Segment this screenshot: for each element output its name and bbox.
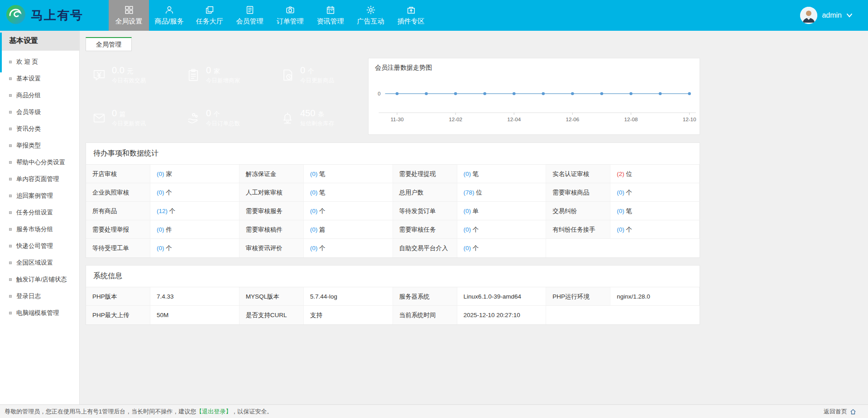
sidebar-item-label: 全国区域设置 [16,259,53,267]
stat-card[interactable]: 0 篇 今日更新资讯 [86,101,174,135]
stat-card[interactable]: 0 个 今日订单总数 [180,101,269,135]
stat-pair-label: 解冻保证金 [240,165,304,183]
stat-pair-value[interactable]: (0) 篇 [304,220,393,239]
dashboard-top: 0.0 元 今日有效交易 0 家 今日新增商家 [86,58,700,135]
tab-global-management[interactable]: 全局管理 [86,37,132,51]
nav-item-label: 任务大厅 [196,17,223,26]
stat-card[interactable]: 0 家 今日新增商家 [180,58,269,92]
bullet-icon [9,228,12,231]
logout-link[interactable]: 【退出登录】 [196,408,231,415]
stat-pair-value[interactable]: (0) 单 [457,202,547,220]
nav-item[interactable]: 广告互动 [350,0,391,31]
sidebar-item[interactable]: 电脑端模板管理 [0,304,79,321]
sidebar-item[interactable]: 登录日志 [0,288,79,304]
sidebar-item[interactable]: 欢 迎 页 [0,53,79,70]
stat-pair-value[interactable]: (0) 个 [150,239,240,257]
stat-pair-value[interactable]: (0) 个 [150,183,240,202]
brand[interactable]: 马上有号 [0,0,109,31]
stat-pair-value[interactable]: (0) 个 [610,183,700,202]
back-home-label: 返回首页 [824,408,847,416]
stat-pair-label: 需要处理举报 [86,220,150,239]
stat-pair-value[interactable]: (0) 个 [304,202,393,220]
nav-item[interactable]: 资讯管理 [310,0,350,31]
stat-card-value: 450 条 [300,108,334,118]
stat-pair-value[interactable]: (2) 位 [610,165,700,183]
stat-pair-value[interactable]: (0) 笔 [304,165,393,183]
sidebar-item[interactable]: 单内容页面管理 [0,171,79,187]
nav-item[interactable]: 全局设置 [109,0,149,31]
bullet-icon [9,211,12,214]
stat-pair-value[interactable]: (0) 家 [150,165,240,183]
chart-title: 会员注册数据走势图 [369,58,700,73]
sidebar-item[interactable]: 快递公司管理 [0,238,79,254]
svg-text:11-30: 11-30 [390,117,403,122]
sidebar-item[interactable]: 基本设置 [0,70,79,87]
clipboard-icon [186,68,201,82]
stat-pair-value[interactable]: (78) 位 [457,183,547,202]
sidebar-item-label: 商品分组 [16,91,41,100]
system-table: PHP版本 7.4.33 MYSQL版本 5.7.44-log 服务器系统 Li… [86,287,700,324]
bell-icon [280,111,295,125]
sidebar-item[interactable]: 服务市场分组 [0,221,79,238]
stat-card[interactable]: 0 个 今日更新商品 [274,58,363,92]
system-pair-value: 2025-12-10 20:27:10 [457,306,547,324]
stat-card-value: 0 篇 [112,108,146,118]
stat-pair-value[interactable]: (0) 个 [304,239,393,257]
sidebar-item[interactable]: 会员等级 [0,104,79,120]
system-pair-value: 50M [150,306,240,324]
avatar [800,7,817,24]
stat-card-value: 0 家 [206,65,240,75]
sidebar-item[interactable]: 帮助中心分类设置 [0,154,79,171]
table-row: 所有商品 (12) 个 需要审核服务 (0) 个 等待发货订单 (0) 单 [86,202,700,220]
bullet-icon [9,312,12,314]
stat-card[interactable]: 450 条 短信剩余库存 [274,101,363,135]
bullet-icon [9,161,12,164]
nav-item[interactable]: 任务大厅 [189,0,230,31]
stat-card-label: 短信剩余库存 [300,120,334,128]
stat-pair-value[interactable]: (0) 个 [610,220,700,239]
scrollbar-thumb[interactable] [0,33,2,72]
todo-panel: 待办事项和数据统计 开店审核 (0) 家 解冻保证金 (0) 笔 [86,142,700,258]
sidebar-item[interactable]: 触发订单/店铺状态 [0,271,79,288]
stat-card[interactable]: 0.0 元 今日有效交易 [86,58,174,92]
sidebar-item[interactable]: 举报类型 [0,137,79,154]
gear-icon [366,5,376,15]
logo-text: 马上有号 [31,7,83,24]
sidebar-item[interactable]: 追回案例管理 [0,187,79,204]
bullet-icon [9,178,12,180]
sidebar-item-label: 任务分组设置 [16,209,53,217]
user-menu[interactable]: admin [800,0,868,31]
stat-pair-value[interactable]: (0) 笔 [457,165,547,183]
sidebar-item[interactable]: 商品分组 [0,87,79,104]
stat-pair-value[interactable]: (0) 个 [457,239,547,257]
nav-item[interactable]: 会员管理 [230,0,270,31]
system-pair-value: Linux6.1.0-39-amd64 [457,287,547,306]
nav-item[interactable]: 订单管理 [270,0,310,31]
stat-pair-label: 有纠纷任务接手 [546,220,610,239]
table-row: 需要处理举报 (0) 件 需要审核稿件 (0) 篇 需要审核任务 (0) 个 [86,220,700,239]
back-home-link[interactable]: 返回首页 [824,408,863,416]
system-pair-label: PHP运行环境 [546,287,610,306]
sidebar-item[interactable]: 资讯分类 [0,120,79,137]
svg-text:12-02: 12-02 [449,117,462,122]
main-content: 全局管理 0.0 元 今日有效交易 [80,31,868,404]
hand-coin-icon [186,111,201,125]
footer-notice: 尊敬的管理员，您正在使用马上有号1管理后台，当长时间不操作，建议您【退出登录】，… [5,408,273,416]
stat-pair-value[interactable]: (12) 个 [150,202,240,220]
stat-pair-value[interactable]: (0) 件 [150,220,240,239]
system-pair-label: 服务器系统 [393,287,457,306]
nav-item[interactable]: 商品/服务 [149,0,189,31]
stat-card-label: 今日有效交易 [112,77,146,85]
sidebar-item[interactable]: 全国区域设置 [0,254,79,271]
table-row: 等待受理工单 (0) 个 审核资讯评价 (0) 个 自助交易平台介入 (0) 个 [86,239,700,257]
stat-pair-value[interactable]: (0) 笔 [610,202,700,220]
nav-item[interactable]: 插件专区 [391,0,431,31]
stat-pair-value[interactable]: (0) 笔 [304,183,393,202]
sidebar-item-label: 追回案例管理 [16,192,53,200]
todo-panel-title: 待办事项和数据统计 [86,143,700,164]
stat-pair-value[interactable]: (0) 个 [457,220,547,239]
bullet-icon [9,261,12,264]
sidebar-item[interactable]: 任务分组设置 [0,204,79,221]
sidebar-item-label: 快递公司管理 [16,242,53,250]
bullet-icon [9,128,12,130]
